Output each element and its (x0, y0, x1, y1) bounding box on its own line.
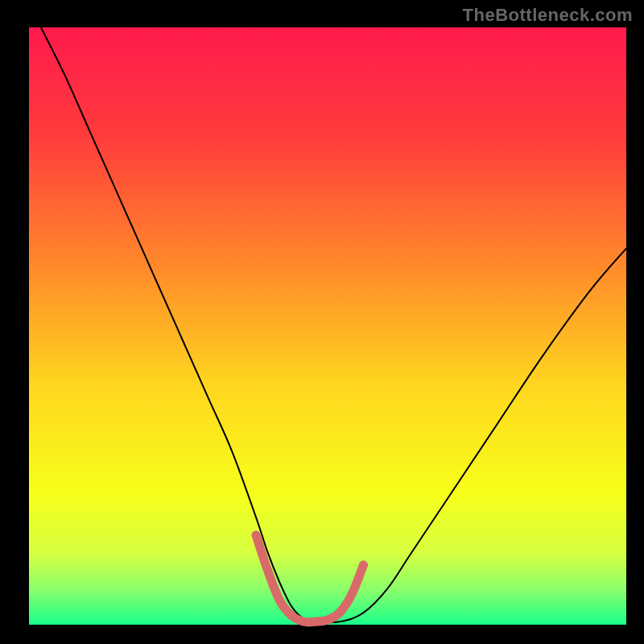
chart-frame: TheBottleneck.com (0, 0, 644, 644)
watermark-text: TheBottleneck.com (463, 5, 633, 26)
plot-background (29, 27, 626, 625)
bottleneck-plot (0, 0, 644, 644)
